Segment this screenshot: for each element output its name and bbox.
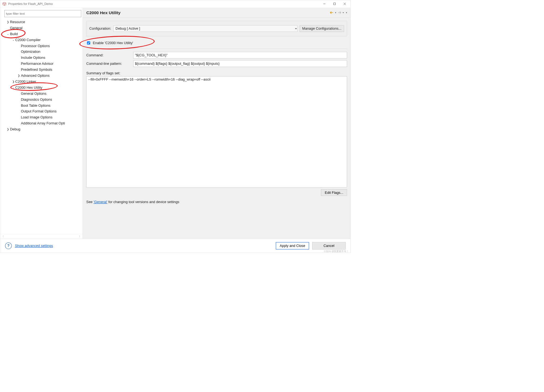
tree-item-resource[interactable]: ❯Resource	[0, 19, 83, 25]
tree-item-processor-options[interactable]: ❯Processor Options	[0, 43, 83, 49]
filter-input[interactable]	[4, 10, 81, 17]
tree-label: Optimization	[21, 50, 41, 54]
tree-label: Output Format Options	[21, 109, 57, 114]
tree-label: Predefined Symbols	[21, 68, 52, 72]
chevron-right-icon: ❯	[6, 128, 10, 131]
show-advanced-link[interactable]: Show advanced settings	[15, 244, 53, 248]
tree-label: Load Image Options	[21, 115, 53, 119]
tree-label: Boot Table Options	[21, 103, 51, 108]
main-panel: C2000 Hex Utility ▾ ▾ ▾ Configuration: D…	[83, 8, 351, 239]
tree-item-general[interactable]: ❯General	[0, 25, 83, 31]
tree-item-debug[interactable]: ❯Debug	[0, 126, 83, 132]
maximize-button[interactable]	[329, 0, 339, 8]
tree-item-hex-load-image[interactable]: ❯Load Image Options	[0, 114, 83, 120]
close-button[interactable]	[340, 0, 350, 8]
summary-block: Summary of flags set: --fill=0xFFFF --me…	[86, 71, 347, 187]
minimize-button[interactable]	[319, 0, 329, 8]
chevron-right-icon: ❯	[17, 74, 21, 77]
app-icon	[2, 1, 7, 6]
see-prefix: See	[86, 200, 94, 204]
summary-textarea[interactable]: --fill=0xFFFF --memwidth=16 --order=LS -…	[86, 76, 347, 187]
tree-item-hex-boot-table[interactable]: ❯Boot Table Options	[0, 102, 83, 108]
tree: ❯Resource ❯General ⌄Build ⌄C2000 Compile…	[0, 18, 83, 234]
svg-line-1	[3, 3, 4, 4]
see-general-note: See 'General' for changing tool versions…	[86, 200, 347, 204]
tree-item-hex-array-format[interactable]: ❯Additional Array Format Opti	[0, 120, 83, 126]
tree-label: Performance Advisor	[21, 62, 54, 66]
tree-item-build[interactable]: ⌄Build	[0, 31, 83, 37]
see-suffix: for changing tool versions and device se…	[107, 200, 179, 204]
tree-label: C2000 Hex Utility	[15, 85, 42, 90]
chevron-down-icon: ⌄	[11, 38, 15, 41]
edit-flags-button[interactable]: Edit Flags...	[321, 189, 347, 196]
page-header: C2000 Hex Utility ▾ ▾ ▾	[83, 8, 351, 18]
command-input[interactable]	[133, 52, 347, 59]
tree-label: General Options	[21, 91, 47, 96]
chevron-down-icon: ⌄	[6, 32, 10, 35]
tree-item-compiler[interactable]: ⌄C2000 Compiler	[0, 37, 83, 43]
forward-button[interactable]	[337, 10, 342, 15]
enable-hex-row: Enable 'C2000 Hex Utility'	[86, 41, 347, 45]
filter-box	[4, 10, 80, 17]
forward-dd-icon[interactable]: ▾	[343, 11, 344, 14]
tree-label: Resource	[10, 20, 25, 24]
tree-item-hex-diagnostics[interactable]: ❯Diagnostics Options	[0, 96, 83, 102]
configuration-row: Configuration: Debug [ Active ] Manage C…	[86, 21, 347, 36]
tree-label: General	[10, 26, 23, 30]
chevron-right-icon: ❯	[11, 80, 15, 83]
tree-item-optimization[interactable]: ❯Optimization	[0, 49, 83, 55]
tree-item-hex-utility[interactable]: ⌄C2000 Hex Utility	[0, 84, 83, 90]
tree-label: Debug	[10, 127, 20, 131]
tree-item-hex-output-format[interactable]: ❯Output Format Options	[0, 108, 83, 114]
tree-item-advanced-options[interactable]: ❯Advanced Options	[0, 73, 83, 79]
tree-label: Advanced Options	[21, 74, 50, 78]
tree-item-linker[interactable]: ❯C2000 Linker	[0, 79, 83, 85]
tree-label: C2000 Linker	[15, 79, 36, 84]
tree-label: Build	[10, 32, 18, 36]
tree-label: Diagnostics Options	[21, 97, 52, 102]
manage-configurations-button[interactable]: Manage Configurations...	[300, 25, 344, 32]
tree-item-performance-advisor[interactable]: ❯Performance Advisor	[0, 61, 83, 67]
back-dd-icon[interactable]: ▾	[335, 11, 336, 14]
command-row: Command:	[86, 52, 347, 59]
tree-label: Include Options	[21, 56, 45, 60]
enable-hex-text: Enable 'C2000 Hex Utility'	[93, 41, 133, 45]
apply-and-close-button[interactable]: Apply and Close	[276, 242, 309, 249]
nav-arrows: ▾ ▾ ▾	[329, 10, 347, 15]
cmdline-label: Command-line pattern:	[86, 62, 133, 66]
dialog-footer: ? Show advanced settings Apply and Close…	[0, 239, 351, 253]
window-title: Properties for Flash_API_Demo	[8, 2, 319, 6]
help-icon[interactable]: ?	[5, 243, 12, 249]
page-title: C2000 Hex Utility	[86, 10, 330, 15]
tree-item-hex-general[interactable]: ❯General Options	[0, 90, 83, 96]
horizontal-scrollbar[interactable]: 〈〉	[0, 234, 83, 239]
summary-label: Summary of flags set:	[86, 71, 347, 75]
titlebar: Properties for Flash_API_Demo	[0, 0, 351, 8]
cmdline-input[interactable]	[133, 60, 347, 67]
tree-item-predefined-symbols[interactable]: ❯Predefined Symbols	[0, 67, 83, 73]
watermark: CSDN @我要跑半马！	[324, 250, 349, 253]
config-label: Configuration:	[89, 27, 111, 31]
enable-hex-checkbox[interactable]	[87, 41, 90, 45]
tree-label: Additional Array Format Opti	[21, 121, 65, 125]
menu-dd-icon[interactable]: ▾	[346, 11, 347, 14]
svg-line-2	[4, 3, 6, 4]
tree-item-include-options[interactable]: ❯Include Options	[0, 55, 83, 61]
enable-hex-label[interactable]: Enable 'C2000 Hex Utility'	[86, 41, 347, 45]
tree-label: C2000 Compiler	[15, 38, 41, 42]
back-button[interactable]	[329, 10, 334, 15]
svg-rect-5	[334, 3, 336, 5]
command-label: Command:	[86, 53, 133, 57]
config-select[interactable]: Debug [ Active ]	[113, 25, 297, 32]
cancel-button[interactable]: Cancel	[312, 242, 345, 249]
tree-label: Processor Options	[21, 44, 50, 48]
chevron-down-icon: ⌄	[11, 86, 15, 89]
cmdline-row: Command-line pattern:	[86, 60, 347, 67]
sidebar: ❯Resource ❯General ⌄Build ⌄C2000 Compile…	[0, 8, 83, 239]
chevron-right-icon: ❯	[6, 20, 10, 23]
separator	[86, 48, 347, 49]
general-link[interactable]: 'General'	[93, 200, 107, 204]
properties-dialog: Properties for Flash_API_Demo ❯Resource …	[0, 0, 351, 253]
